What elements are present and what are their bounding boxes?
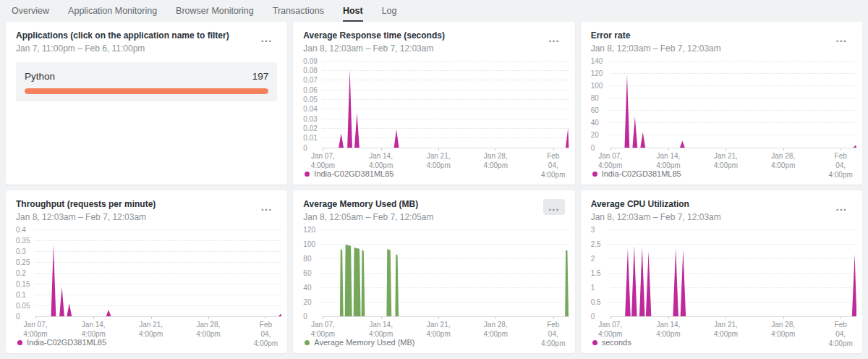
x-axis-tickmark xyxy=(841,317,841,319)
x-axis-tick-label: Feb 04, 4:00pm xyxy=(254,320,278,348)
panel-header: Average CPU Utilization Jan 8, 12:03am –… xyxy=(591,199,852,222)
chart-legend: India-C02GD381ML85 xyxy=(17,338,106,347)
tab-browser-monitoring[interactable]: Browser Monitoring xyxy=(176,0,254,22)
y-axis-tick-label: 0.4 xyxy=(16,225,26,233)
y-axis-tick-label: 0.01 xyxy=(303,134,317,142)
plot-area[interactable] xyxy=(610,61,856,148)
more-menu-icon[interactable]: ... xyxy=(543,199,565,215)
x-axis-tickmark xyxy=(553,317,554,319)
x-axis-tick-label: Jan 14, 4:00pm xyxy=(369,151,393,170)
tab-transactions[interactable]: Transactions xyxy=(273,0,324,22)
x-axis-tick-label: Jan 07, 4:00pm xyxy=(311,320,335,339)
chart-error-rate[interactable]: 140120100806040200Jan 07, 4:00pmJan 14, … xyxy=(591,61,856,169)
legend-dot-icon xyxy=(305,172,310,177)
chart-legend: India-C02GD381ML85 xyxy=(592,169,681,178)
x-axis: Jan 07, 4:00pmJan 14, 4:00pmJan 21, 4:00… xyxy=(322,317,569,339)
more-menu-icon[interactable]: ... xyxy=(543,30,565,46)
panel-throughput: Throughput (requests per minute) Jan 8, … xyxy=(6,190,287,353)
y-axis-tick-label: 120 xyxy=(303,225,315,233)
more-menu-icon[interactable]: ... xyxy=(830,199,852,215)
panel-date-range: Jan 8, 12:05am – Feb 7, 12:05am xyxy=(303,212,433,222)
x-axis-tickmark xyxy=(438,148,439,151)
y-axis-tick-label: 40 xyxy=(303,283,311,291)
chart-series xyxy=(35,229,281,316)
panel-date-range: Jan 7, 11:00pm – Feb 6, 11:00pm xyxy=(16,43,229,54)
y-axis: 120100806040200 xyxy=(303,229,322,316)
y-axis-tick-label: 20 xyxy=(303,297,311,305)
legend-label: India-C02GD381ML85 xyxy=(602,169,681,178)
x-axis-tick-label: Jan 21, 4:00pm xyxy=(426,151,450,170)
panel-header-text: Throughput (requests per minute) Jan 8, … xyxy=(16,199,156,222)
y-axis-tick-label: 100 xyxy=(303,240,315,248)
panel-header-text: Applications (click on the application n… xyxy=(16,30,229,54)
x-axis-tickmark xyxy=(381,317,382,319)
tab-log[interactable]: Log xyxy=(382,0,397,22)
x-axis-tick-label: Feb 04, 4:00pm xyxy=(541,151,565,180)
legend-label: India-C02GD381ML85 xyxy=(27,338,106,347)
x-axis-tick-label: Jan 07, 4:00pm xyxy=(23,320,47,339)
y-axis-tick-label: 0.15 xyxy=(16,279,30,287)
tab-application-monitoring[interactable]: Application Monitoring xyxy=(68,0,157,22)
x-axis-tick-label: Jan 21, 4:00pm xyxy=(714,320,738,339)
chart-average-cpu-utilization[interactable]: 32.521.510.50Jan 07, 4:00pmJan 14, 4:00p… xyxy=(591,229,856,338)
x-axis-tick-label: Jan 28, 4:00pm xyxy=(484,320,508,339)
y-axis-tick-label: 0.25 xyxy=(16,258,30,266)
x-axis-tickmark xyxy=(610,148,611,151)
plot-area[interactable] xyxy=(610,229,856,317)
y-axis-tick-label: 0.07 xyxy=(303,76,317,84)
x-axis-tick-label: Jan 07, 4:00pm xyxy=(598,151,622,170)
panel-date-range: Jan 8, 12:03am – Feb 7, 12:03am xyxy=(16,212,156,222)
plot-area[interactable] xyxy=(322,229,569,317)
plot-area[interactable] xyxy=(35,229,281,317)
x-axis-tick-label: Feb 04, 4:00pm xyxy=(828,151,852,180)
panel-header-text: Error rate Jan 8, 12:03am – Feb 7, 12:03… xyxy=(591,30,721,54)
more-menu-icon[interactable]: ... xyxy=(256,30,278,46)
x-axis-tick-label: Jan 14, 4:00pm xyxy=(656,320,680,339)
panel-date-range: Jan 8, 12:03am – Feb 7, 12:03am xyxy=(303,43,445,54)
application-count: 197 xyxy=(252,71,269,82)
x-axis-tick-label: Jan 14, 4:00pm xyxy=(369,320,393,339)
panel-header-text: Average Response time (seconds) Jan 8, 1… xyxy=(303,30,445,54)
tab-overview[interactable]: Overview xyxy=(12,0,49,22)
chart-average-memory-used[interactable]: 120100806040200Jan 07, 4:00pmJan 14, 4:0… xyxy=(303,229,569,338)
x-axis-tick-label: Jan 07, 4:00pm xyxy=(311,151,335,170)
tab-host[interactable]: Host xyxy=(343,0,363,22)
chart-legend: seconds xyxy=(592,338,631,347)
more-menu-icon[interactable]: ... xyxy=(256,199,278,215)
y-axis-tick-label: 3 xyxy=(591,225,595,233)
y-axis-tick-label: 80 xyxy=(591,94,599,102)
x-axis-tickmark xyxy=(93,317,94,319)
application-list-item[interactable]: Python 197 xyxy=(16,62,277,101)
panel-header: Applications (click on the application n… xyxy=(16,30,277,54)
y-axis-tick-label: 0 xyxy=(303,312,307,320)
plot-area[interactable] xyxy=(322,61,569,148)
x-axis-tickmark xyxy=(323,317,323,319)
y-axis-tick-label: 100 xyxy=(591,81,603,89)
application-name[interactable]: Python xyxy=(25,71,55,82)
panel-average-cpu-utilization: Average CPU Utilization Jan 8, 12:03am –… xyxy=(581,190,862,353)
panel-header-text: Average Memory Used (MB) Jan 8, 12:05am … xyxy=(303,199,433,222)
y-axis-tick-label: 60 xyxy=(591,106,599,114)
x-axis-tick-label: Feb 04, 4:00pm xyxy=(541,320,565,348)
y-axis-tick-label: 0.5 xyxy=(591,297,601,305)
more-menu-icon[interactable]: ... xyxy=(830,30,852,46)
x-axis-tickmark xyxy=(668,317,669,319)
y-axis-tick-label: 140 xyxy=(591,56,603,64)
y-axis-tick-label: 0 xyxy=(591,312,595,320)
application-row: Python 197 xyxy=(25,71,268,82)
chart-average-response-time[interactable]: 0.090.080.070.060.050.040.030.020.010Jan… xyxy=(303,61,569,169)
x-axis-tick-label: Jan 14, 4:00pm xyxy=(82,320,106,339)
top-tab-bar: Overview Application Monitoring Browser … xyxy=(0,0,868,22)
panel-title: Average Memory Used (MB) xyxy=(303,199,433,211)
x-axis-tickmark xyxy=(35,317,36,319)
chart-throughput[interactable]: 0.40.350.30.250.20.150.10.050Jan 07, 4:0… xyxy=(16,229,281,338)
y-axis-tick-label: 0.1 xyxy=(16,290,26,298)
x-axis-tick-label: Jan 28, 4:00pm xyxy=(771,320,795,339)
y-axis-tick-label: 0.04 xyxy=(303,105,317,113)
y-axis: 0.40.350.30.250.20.150.10.050 xyxy=(16,229,35,316)
y-axis-tick-label: 0.05 xyxy=(303,95,317,103)
x-axis-tickmark xyxy=(610,317,611,319)
legend-label: seconds xyxy=(602,338,631,347)
y-axis-tick-label: 0.06 xyxy=(303,85,317,93)
application-bar xyxy=(25,88,268,94)
